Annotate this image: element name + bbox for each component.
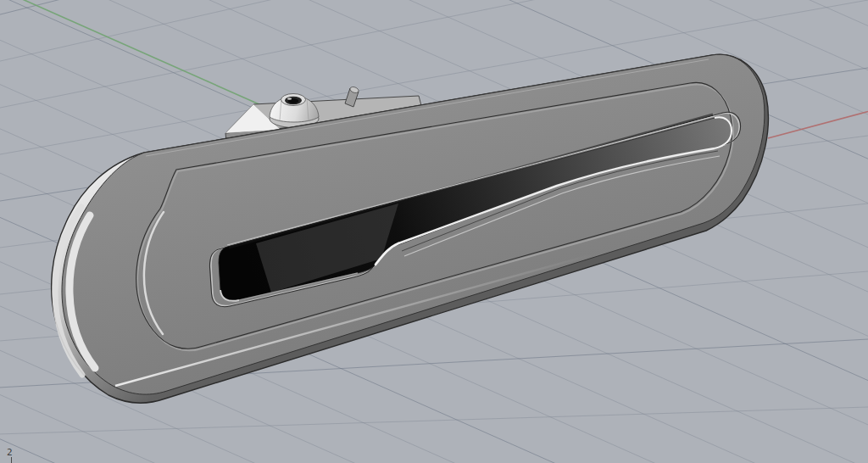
perspective-viewport-canvas[interactable]: 2 <box>0 0 868 463</box>
cad-3d-viewport[interactable]: 2 <box>0 0 868 463</box>
annotation-2-text: 2 <box>7 447 13 458</box>
dome-socket-glint <box>287 98 292 100</box>
